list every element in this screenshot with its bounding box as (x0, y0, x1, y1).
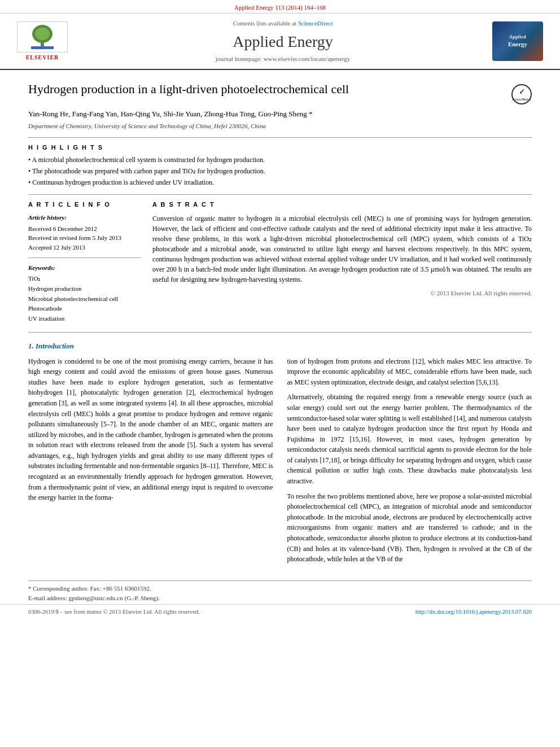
keyword-1: Hydrogen production (28, 284, 141, 294)
highlights-list: A microbial photoelectrochemical cell sy… (28, 155, 532, 187)
body-columns: Hydrogen is considered to be one of the … (28, 356, 532, 569)
divider-keywords (28, 257, 141, 258)
article-history: Article history: Received 6 December 201… (28, 213, 141, 252)
affiliation-line: Department of Chemistry, University of S… (28, 122, 532, 130)
header: ELSEVIER Contents lists available at Sci… (0, 14, 560, 70)
body-col-2: tion of hydrogen from protons and electr… (287, 356, 532, 569)
svg-rect-4 (31, 46, 54, 49)
authors-line: Yan-Rong He, Fang-Fang Yan, Han-Qing Yu,… (28, 109, 532, 119)
copyright-line: © 2013 Elsevier Ltd. All rights reserved… (152, 289, 532, 298)
highlights-title: H I G H L I G H T S (28, 143, 532, 152)
footnote-corresponding: * Corresponding author. Fax: +86 551 636… (28, 584, 532, 593)
footnote-email: E-mail address: gpsheng@ustc.edu.cn (G.-… (28, 594, 532, 602)
highlight-item-2: The photocathode was prepared with carbo… (28, 167, 532, 176)
keyword-2: Microbial photoelectrochemical cell (28, 294, 141, 304)
abstract-column: A B S T R A C T Conversion of organic ma… (152, 200, 532, 324)
contents-line: Contents lists available at ScienceDirec… (73, 19, 492, 28)
main-content: Hydrogen production in a light-driven ph… (0, 70, 560, 580)
highlight-item-1: A microbial photoelectrochemical cell sy… (28, 155, 532, 165)
and-text: and (374, 357, 383, 365)
received-date: Received 6 December 2012 (28, 224, 141, 234)
bottom-bar: 0306-2619/$ – see front matter © 2013 El… (0, 604, 560, 620)
header-logo-right: Applied Energy (492, 21, 549, 61)
journal-citation: Applied Energy 113 (2014) 164–168 (234, 4, 326, 11)
intro-para-4: To resolve the two problems mentioned ab… (287, 491, 532, 565)
article-title: Hydrogen production in a light-driven ph… (28, 81, 506, 98)
history-label: Article history: (28, 213, 141, 222)
intro-para-1: Hydrogen is considered to be one of the … (28, 356, 273, 503)
intro-para-2: tion of hydrogen from protons and electr… (287, 356, 532, 388)
article-title-row: Hydrogen production in a light-driven ph… (28, 81, 532, 104)
header-center: Contents lists available at ScienceDirec… (73, 19, 492, 63)
body-col-1: Hydrogen is considered to be one of the … (28, 356, 273, 569)
keyword-3: Photocathode (28, 304, 141, 314)
article-info-title: A R T I C L E I N F O (28, 200, 141, 209)
received-revised-date: Received in revised form 5 July 2013 (28, 233, 141, 243)
intro-para-3: Alternatively, obtaining the required en… (287, 392, 532, 486)
elsevier-label: ELSEVIER (26, 54, 59, 62)
top-bar: Applied Energy 113 (2014) 164–168 (0, 0, 560, 14)
article-info-abstract: A R T I C L E I N F O Article history: R… (28, 200, 532, 324)
elsevier-tree-logo (17, 21, 68, 53)
highlight-item-3: Continuous hydrogen production is achiev… (28, 178, 532, 187)
doi-line: http://dx.doi.org/10.1016/j.apenergy.201… (415, 608, 532, 617)
divider-2 (28, 194, 532, 195)
divider-1 (28, 137, 532, 138)
accepted-date: Accepted 12 July 2013 (28, 243, 141, 252)
svg-point-3 (35, 28, 50, 40)
doi-link[interactable]: http://dx.doi.org/10.1016/j.apenergy.201… (415, 609, 532, 615)
issn-line: 0306-2619/$ – see front matter © 2013 El… (28, 608, 200, 617)
abstract-text: Conversion of organic matter to hydrogen… (152, 213, 532, 285)
applied-energy-badge: Applied Energy (492, 21, 543, 61)
footnotes: * Corresponding author. Fax: +86 551 636… (28, 580, 532, 603)
header-logo-left: ELSEVIER (11, 21, 73, 62)
introduction-section: 1. Introduction Hydrogen is considered t… (28, 341, 532, 569)
sciencedirect-link[interactable]: ScienceDirect (298, 20, 333, 27)
abstract-title: A B S T R A C T (152, 200, 532, 209)
keyword-4: UV irradiation (28, 314, 141, 324)
keywords-section: Keywords: TiO₂ Hydrogen production Micro… (28, 264, 141, 324)
article-info-column: A R T I C L E I N F O Article history: R… (28, 200, 141, 324)
crossmark-badge: ✓ CrossMark (511, 84, 532, 104)
intro-title: 1. Introduction (28, 341, 532, 351)
from-text: from (336, 357, 349, 365)
divider-3 (28, 332, 532, 333)
keyword-0: TiO₂ (28, 274, 141, 284)
journal-homepage: journal homepage: www.elsevier.com/locat… (73, 55, 492, 63)
keywords-label: Keywords: (28, 264, 141, 272)
journal-title: Applied Energy (73, 30, 492, 53)
highlights-section: H I G H L I G H T S A microbial photoele… (28, 143, 532, 187)
